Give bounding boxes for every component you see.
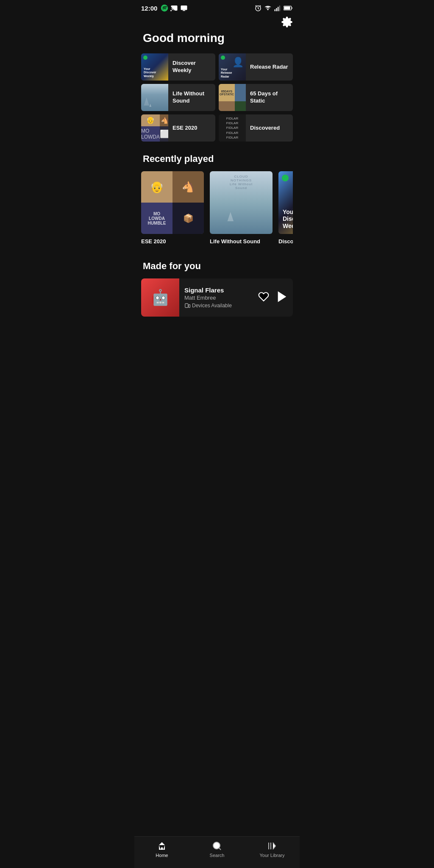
- ese-2020-thumb: 👴 🐴 MOLOWDA ⬜: [141, 114, 168, 142]
- status-time: 12:00: [141, 5, 157, 12]
- battery-icon: [284, 6, 293, 11]
- svg-rect-2: [181, 6, 187, 10]
- made-for-you-section: Made for you 🤖 Signal Flares Matt Embree…: [141, 261, 293, 317]
- spotify-status-icon: [161, 4, 168, 12]
- cast-status-icon: [170, 4, 178, 12]
- like-button[interactable]: [258, 291, 269, 303]
- greeting-text: Good morning: [141, 31, 293, 45]
- made-track-title: Signal Flares: [184, 287, 253, 294]
- status-left: 12:00: [141, 4, 188, 12]
- play-icon: [276, 291, 288, 303]
- made-info: Signal Flares Matt Embree Devices Availa…: [179, 287, 258, 309]
- svg-rect-11: [189, 305, 190, 308]
- svg-rect-6: [278, 7, 278, 11]
- recent-item-life-without-sound[interactable]: CLOUD NOTHINGSLife Without Sound Life Wi…: [210, 171, 273, 245]
- quick-item-release-radar-label: Release Radar: [246, 64, 292, 71]
- quick-grid: YourDiscoverWeekly Discover Weekly YourR…: [141, 53, 293, 142]
- svg-point-0: [161, 5, 168, 12]
- signal-icon: [274, 4, 281, 12]
- wifi-icon: [264, 4, 272, 12]
- quick-item-65-days-label: 65 Days of Static: [246, 90, 293, 105]
- made-for-you-header: Made for you: [143, 261, 293, 272]
- discover-weekly-thumb: YourDiscoverWeekly: [141, 53, 168, 81]
- made-device-status: Devices Available: [184, 303, 253, 309]
- life-without-sound-thumb: [141, 84, 168, 111]
- quick-item-discovered[interactable]: FIDLARFIDLARFIDLARFIDLARFIDLAR Discovere…: [219, 114, 293, 142]
- quick-item-ese-2020[interactable]: 👴 🐴 MOLOWDA ⬜ ESE 2020: [141, 114, 215, 142]
- recently-played-header: Recently played: [143, 153, 293, 164]
- recent-item-discover-weekly[interactable]: YourDiscoverWeekly Discover Weekly: [278, 171, 293, 245]
- made-for-you-card[interactable]: 🤖 Signal Flares Matt Embree Devices Avai…: [141, 278, 293, 317]
- recent-ese-label: ESE 2020: [141, 238, 166, 245]
- status-app-icons: [161, 4, 188, 12]
- recent-lws-label: Life Without Sound: [210, 238, 260, 245]
- quick-item-65-days[interactable]: 65DAYSOFSTATIC 65 Days of Static: [219, 84, 293, 111]
- quick-item-discover-weekly[interactable]: YourDiscoverWeekly Discover Weekly: [141, 53, 215, 81]
- recent-dw-thumb: YourDiscoverWeekly: [278, 171, 293, 234]
- svg-rect-10: [185, 303, 188, 307]
- quick-item-release-radar[interactable]: YourReleaseRadar 👤 Release Radar: [219, 53, 293, 81]
- quick-item-life-without-sound[interactable]: Life Without Sound: [141, 84, 215, 111]
- release-radar-thumb: YourReleaseRadar 👤: [219, 53, 246, 81]
- main-content: Good morning YourDiscoverWeekly Discover…: [134, 31, 300, 359]
- svg-point-1: [170, 10, 172, 11]
- svg-rect-9: [284, 7, 290, 10]
- recent-ese-thumb: 👴 🐴 MOLOWDAHUMBLE 📦: [141, 171, 204, 234]
- made-controls: [258, 291, 288, 304]
- made-track-artist: Matt Embree: [184, 295, 253, 301]
- spotify-dot: [282, 175, 289, 181]
- discovered-thumb: FIDLARFIDLARFIDLARFIDLARFIDLAR: [219, 114, 246, 142]
- svg-rect-7: [279, 6, 280, 11]
- dw-inside-label: YourDiscoverWeekly: [283, 209, 293, 230]
- recent-lws-thumb: CLOUD NOTHINGSLife Without Sound: [210, 171, 273, 234]
- play-button[interactable]: [276, 291, 288, 304]
- top-bar: [134, 14, 300, 31]
- svg-marker-12: [278, 292, 285, 301]
- recent-dw-label: Discover Weekly: [278, 238, 293, 245]
- alarm-icon: [254, 4, 262, 12]
- device-icon: [184, 303, 190, 309]
- quick-item-discover-weekly-label: Discover Weekly: [168, 60, 215, 74]
- quick-item-ese-2020-label: ESE 2020: [168, 125, 202, 132]
- 65-days-thumb: 65DAYSOFSTATIC: [219, 84, 246, 111]
- status-right: [254, 4, 293, 12]
- made-thumb: 🤖: [141, 278, 179, 317]
- quick-item-discovered-label: Discovered: [246, 125, 284, 132]
- recent-item-ese-2020[interactable]: 👴 🐴 MOLOWDAHUMBLE 📦 ESE 2020: [141, 171, 204, 245]
- heart-icon: [258, 291, 269, 302]
- status-bar: 12:00: [134, 0, 300, 14]
- settings-icon[interactable]: [281, 16, 293, 28]
- svg-rect-5: [276, 8, 277, 11]
- quick-item-life-without-sound-label: Life Without Sound: [168, 90, 215, 105]
- recently-played-scroll: 👴 🐴 MOLOWDAHUMBLE 📦 ESE 2020 CLOUD NOTHI…: [141, 171, 293, 249]
- screen-status-icon: [180, 4, 188, 12]
- svg-rect-4: [275, 9, 275, 11]
